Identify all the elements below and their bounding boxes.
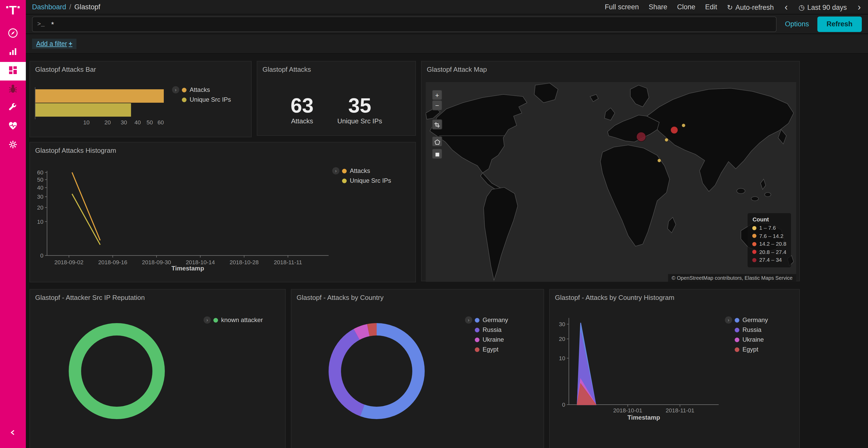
map-attribution: © OpenStreetMap contributors, Elastic Ma… <box>668 274 796 282</box>
panel-attack-map: Glastopf Attack Map <box>421 61 800 281</box>
fit-bounds-button[interactable] <box>432 120 442 129</box>
filter-bar: Add a filter+ <box>26 34 868 54</box>
sidebar-item-monitoring[interactable] <box>0 118 26 136</box>
logo-square <box>18 6 20 8</box>
legend-item[interactable]: Unique Src IPs <box>182 96 231 103</box>
legend-color-dot <box>182 88 187 92</box>
legend-label[interactable]: Attacks <box>190 86 210 94</box>
panel-attacks-histogram: Glastopf Attacks Histogram 0102030405060… <box>29 142 416 282</box>
donut-chart[interactable] <box>65 319 168 423</box>
edit-button[interactable]: Edit <box>705 3 717 11</box>
svg-text:10: 10 <box>37 218 43 225</box>
metric-attacks: 63 Attacks <box>291 94 314 125</box>
legend-label[interactable]: Ukraine <box>742 336 764 343</box>
logo-letter: T <box>9 4 17 16</box>
legend-label[interactable]: Ukraine <box>483 336 504 343</box>
legend-item[interactable]: known attacker <box>213 316 263 323</box>
breadcrumb-dashboard-link[interactable]: Dashboard <box>32 3 66 11</box>
panel-title: Glastopf - Attacks by Country <box>291 289 544 302</box>
clone-button[interactable]: Clone <box>677 3 695 11</box>
sidebar-item-visualize[interactable] <box>0 43 26 62</box>
svg-text:10: 10 <box>83 119 89 126</box>
legend-item[interactable]: Germany <box>475 316 508 323</box>
full-screen-button[interactable]: Full screen <box>605 3 639 11</box>
legend-label[interactable]: Germany <box>483 316 508 323</box>
legend-collapse-button[interactable]: › <box>465 316 472 323</box>
panel-title: Glastopf Attack Map <box>422 61 799 73</box>
breadcrumb-separator: / <box>69 3 71 11</box>
sidebar-item-t-pot[interactable] <box>0 80 26 99</box>
legend-item[interactable]: Attacks <box>342 167 391 174</box>
legend-label[interactable]: Attacks <box>350 167 370 174</box>
refresh-button[interactable]: Refresh <box>817 16 862 32</box>
metric-value: 63 <box>291 94 314 117</box>
sidebar: T <box>0 0 26 448</box>
legend-item[interactable]: Egypt <box>735 346 768 353</box>
topbar-actions: Full screen Share Clone Edit ↻Auto-refre… <box>605 2 862 12</box>
app-root: T <box>0 0 868 448</box>
legend-color-dot <box>735 318 739 322</box>
auto-refresh-button[interactable]: ↻Auto-refresh <box>727 3 774 11</box>
svg-text:0: 0 <box>40 252 43 259</box>
legend-label[interactable]: Egypt <box>742 346 758 353</box>
legend-label[interactable]: Unique Src IPs <box>350 177 391 184</box>
line-chart[interactable]: 01020304050602018-09-022018-09-162018-09… <box>30 142 416 283</box>
legend-item[interactable]: Unique Src IPs <box>342 177 391 184</box>
legend-label[interactable]: Russia <box>483 326 501 334</box>
legend-item[interactable]: Egypt <box>475 346 508 353</box>
sidebar-item-discover[interactable] <box>0 25 26 43</box>
legend: GermanyRussiaUkraineEgypt <box>735 316 768 353</box>
legend-collapse-button[interactable]: › <box>332 167 339 174</box>
legend-collapse-button[interactable]: › <box>725 316 732 323</box>
legend-label[interactable]: Egypt <box>483 346 498 353</box>
draw-rectangle-button[interactable] <box>432 149 442 159</box>
time-prev-button[interactable]: ‹ <box>783 2 789 12</box>
legend-item[interactable]: Ukraine <box>735 336 768 343</box>
plus-icon: + <box>69 40 72 47</box>
time-range-button[interactable]: ◷Last 90 days <box>799 3 847 11</box>
legend-label[interactable]: Russia <box>742 326 761 334</box>
panel-attacks-by-country: Glastopf - Attacks by Country › GermanyR… <box>291 289 544 448</box>
add-filter-link[interactable]: Add a filter+ <box>32 38 76 49</box>
map-tiles[interactable] <box>426 82 796 282</box>
svg-text:30: 30 <box>121 119 127 126</box>
sidebar-item-dashboard[interactable] <box>0 62 26 80</box>
legend-collapse-button[interactable]: › <box>204 316 211 323</box>
legend-label[interactable]: known attacker <box>221 316 263 323</box>
legend-color-dot <box>182 97 187 102</box>
zoom-in-button[interactable]: + <box>432 90 442 100</box>
query-input[interactable] <box>32 16 777 32</box>
legend-item[interactable]: Attacks <box>182 86 231 94</box>
area-chart[interactable]: 01020302018-10-012018-11-01 <box>550 289 800 448</box>
options-link[interactable]: Options <box>785 20 809 28</box>
chevron-left-icon <box>9 428 17 439</box>
time-next-button[interactable]: › <box>857 2 862 12</box>
legend-collapse-button[interactable]: › <box>172 86 179 94</box>
x-axis-label: Timestamp <box>569 414 719 421</box>
legend-item[interactable]: Russia <box>475 326 508 334</box>
share-button[interactable]: Share <box>649 3 667 11</box>
draw-polygon-button[interactable] <box>432 137 442 146</box>
bar-chart-icon <box>7 46 19 59</box>
svg-text:2018-11-01: 2018-11-01 <box>666 407 694 414</box>
legend-color-dot <box>735 337 739 342</box>
sidebar-item-management[interactable] <box>0 136 26 155</box>
legend-label[interactable]: Germany <box>742 316 768 323</box>
legend-item[interactable]: Ukraine <box>475 336 508 343</box>
legend: AttacksUnique Src IPs <box>342 167 391 184</box>
legend-item[interactable]: Germany <box>735 316 768 323</box>
legend: GermanyRussiaUkraineEgypt <box>475 316 508 353</box>
telekom-logo[interactable]: T <box>6 4 20 16</box>
legend-color-dot <box>475 328 479 332</box>
panel-attacks-metric: Glastopf Attacks 63 Attacks 35 Unique Sr… <box>257 61 416 136</box>
map-legend-row: 14.2 – 20.8 <box>752 240 786 248</box>
x-axis-label: Timestamp <box>47 265 329 272</box>
donut-chart[interactable] <box>325 319 428 423</box>
legend-color-dot <box>735 328 739 332</box>
legend-item[interactable]: Russia <box>735 326 768 334</box>
zoom-out-button[interactable]: − <box>432 101 442 110</box>
sidebar-collapse-button[interactable] <box>0 424 26 443</box>
sidebar-item-dev-tools[interactable] <box>0 99 26 118</box>
world-map[interactable]: + − Count 1 – 7.67.6 – 14.214.2 – 20.820… <box>426 82 796 282</box>
legend-label[interactable]: Unique Src IPs <box>190 96 231 103</box>
